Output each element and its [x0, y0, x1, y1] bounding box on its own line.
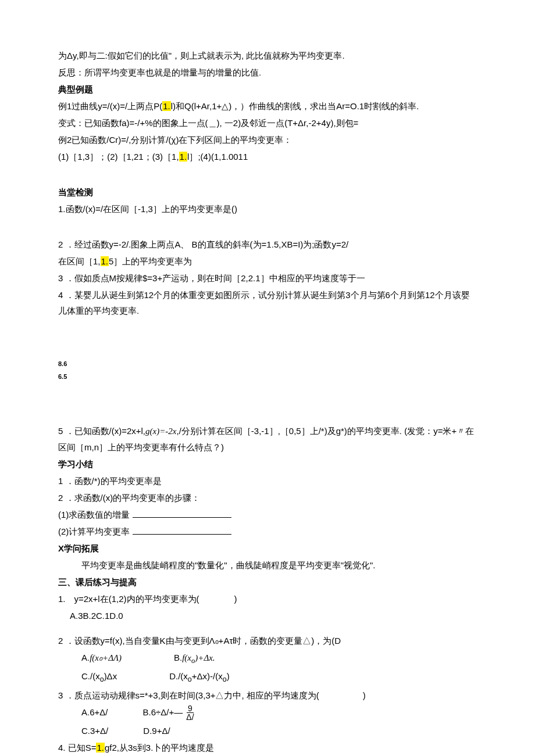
chart-val-2: 6.5 — [58, 371, 477, 383]
p2-opt-d: D./(xo+Δx)-/(xo) — [169, 668, 230, 686]
p2-opt-c: C./(xo)Δx — [81, 668, 117, 686]
p4: 4. 已知S=1.gf2,从3s到3.卜的平均速度是 — [58, 740, 477, 755]
q5-a: 5 ．已知函数/(x)=2x+l, — [58, 426, 145, 436]
heading-summary: 学习小结 — [58, 456, 477, 472]
p3: 3 ．质点运动动规律s=*+3,则在时间(3,3+△力中, 相应的平均速度为( … — [58, 687, 477, 703]
highlight-icon: 1. — [179, 152, 188, 162]
variant-1: 变式：已知函数fa)=-/+%的图象上一点(＿), 一2)及邻近一点(T+Δr,… — [58, 115, 477, 131]
s2-1-label: (1)求函数值的增量 — [58, 510, 130, 519]
p3-opt-a: A.6+Δ/ — [81, 704, 108, 722]
para-delta-y: 为Δy,即与二:假如它们的比值"，则上式就表示为, 此比值就称为平均变更率. — [58, 48, 477, 63]
s1: 1 ．函数/*)的平均变更率是 — [58, 473, 477, 489]
p2-opt-a: A.f(x₀+ΔΛ) — [81, 650, 122, 668]
example-2-items: (1)［1,3］；(2)［1,21；(3)［1,1.l］;(4)(1,1.001… — [58, 149, 477, 164]
highlight-icon: 1. — [96, 743, 105, 753]
ext-text: 平均变更率是曲线陡峭程度的"数量化"，曲线陡峭程度是平均变更率"视觉化". — [58, 557, 477, 573]
p2-opt-b: B.f(xo)+Δx. — [174, 650, 215, 668]
frac-num: 9 — [187, 704, 194, 714]
q2c-b: 5］上的平均变更率为 — [109, 256, 192, 266]
para-reflect: 反思：所谓平均变更率也就是的增量与的增量的比值. — [58, 65, 477, 80]
heading-practice: 三、课后练习与提高 — [58, 574, 477, 590]
p2-opts-row1: A.f(x₀+ΔΛ) B.f(xo)+Δx. — [58, 650, 477, 668]
q3: 3 ．假如质点M按规律$=3+产运动，则在时间［2,2.1］中相应的平均速度等于… — [58, 270, 477, 286]
s2-2-label: (2)计算平均变更率 — [58, 526, 130, 536]
s2-1: (1)求函数值的增量 — [58, 507, 477, 522]
p1-opts: A.3B.2C.1D.0 — [58, 608, 477, 624]
heading-quiz: 当堂检测 — [58, 184, 477, 200]
p2-opts-row2: C./(xo)Δx D./(xo+Δx)-/(xo) — [58, 668, 477, 686]
frac-den: Δ/ — [185, 713, 195, 722]
heading-ext: X学问拓展 — [58, 540, 477, 556]
example-2: 例2已知函数/Cr)=/,分别计算/(χ)在下列区间上的平均变更率： — [58, 132, 477, 148]
example-1: 例1过曲线y=/(x)=/上两点P(1.l)和Q(l+Ar,1+△)，）作曲线的… — [58, 98, 477, 114]
q5-gx: g(x)=-2x — [145, 427, 176, 436]
fraction-icon: 9 Δ/ — [185, 704, 195, 722]
p3-opts-row2: C.3+Δ/ D.9+Δ/ — [58, 723, 477, 739]
p4-b: gf2,从3s到3.卜的平均速度是 — [105, 743, 214, 753]
q4: 4 ．某婴儿从诞生到第12个月的体重变更如图所示，试分别计算从诞生到第3个月与第… — [58, 287, 477, 318]
fill-blank[interactable] — [133, 508, 231, 518]
s2-2: (2)计算平均变更率 — [58, 524, 477, 539]
p3-opt-b: B.6÷Δ/+— 9 Δ/ — [142, 704, 195, 722]
p3-opt-c: C.3+Δ/ — [81, 723, 108, 739]
q2-cont: 在区间［1,1.5］上的平均变更率为 — [58, 253, 477, 269]
fill-blank[interactable] — [133, 525, 231, 535]
heading-examples: 典型例题 — [58, 81, 477, 97]
s2: 2 ．求函数/(x)的平均变更率的步骤： — [58, 490, 477, 506]
ex1-b: l)和Q(l+Ar,1+△)，）作曲线的割线，求出当Ar=O.1时割线的斜率. — [171, 101, 419, 111]
ex1-a: 例1过曲线y=/(x)=/上两点P( — [58, 101, 162, 111]
highlight-icon: 1. — [101, 256, 109, 266]
q5: 5 ．已知函数/(x)=2x+l,g(x)=-2x,/分别计算在区间［-3,-1… — [58, 423, 477, 455]
q2c-a: 在区间［1, — [58, 256, 101, 266]
chart-val-1: 8.6 — [58, 359, 477, 370]
ex2-a: (1)［1,3］；(2)［1,21；(3)［1, — [58, 152, 179, 162]
p3-opt-d: D.9+Δ/ — [143, 723, 170, 739]
p4-a: 4. 已知S= — [58, 743, 96, 753]
p1: 1. y=2x+l在(1,2)内的平均变更率为( ) — [58, 591, 477, 607]
p3-opts-row1: A.6+Δ/ B.6÷Δ/+— 9 Δ/ — [58, 704, 477, 722]
q2: 2 ．经过函数y=-2/.图象上两点A、 B的直线的斜率(为=1.5,XB=I)… — [58, 237, 477, 252]
ex2-b: l］;(4)(1,1.0011 — [187, 152, 248, 162]
q1: 1.函数/(x)=/在区间［-1,3］上的平均变更率是() — [58, 201, 477, 217]
highlight-icon: 1. — [162, 101, 171, 111]
p2: 2 ．设函数y=f(x),当自变量K由与变更到Λ₀+Ατ时，函数的变更量△)，为… — [58, 633, 477, 648]
